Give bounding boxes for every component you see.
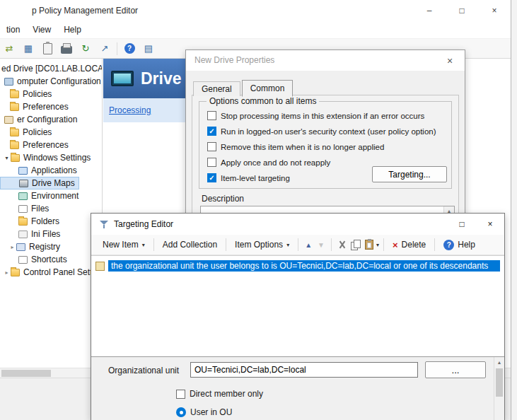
environment-icon	[18, 192, 28, 200]
list-view-icon[interactable]: ▤	[141, 42, 156, 56]
copy-icon[interactable]	[351, 240, 361, 250]
funnel-icon	[99, 219, 109, 229]
checkbox-box[interactable]: ✓	[207, 111, 216, 120]
checkbox-remove-when-not-applied[interactable]: ✓ Remove this item when it is no longer …	[207, 142, 384, 151]
checkbox-item-level-targeting[interactable]: ✓ Item-level targeting	[207, 173, 290, 182]
targeting-button[interactable]: Targeting...	[372, 166, 447, 182]
cut-icon[interactable]	[337, 240, 347, 250]
tree-item-user-configuration[interactable]: er Configuration	[0, 113, 81, 126]
checkbox-box[interactable]: ✓	[207, 127, 216, 136]
files-icon	[18, 205, 28, 213]
toolbar-separator	[331, 238, 332, 251]
selected-item-text: the organizational unit the user belongs…	[108, 260, 500, 272]
radio-selected-icon[interactable]	[176, 407, 186, 417]
menu-view[interactable]: View	[26, 21, 57, 38]
checkbox-box[interactable]: ✓	[176, 390, 185, 399]
minimize-button[interactable]: –	[413, 0, 446, 21]
console-tree-icon[interactable]: ▦	[21, 42, 35, 56]
expander-closed-icon[interactable]: ▸	[8, 244, 16, 250]
scrollbar-thumb[interactable]	[1, 370, 51, 377]
tree-item-root[interactable]: ed Drive [DC01.LAB.LOCA	[0, 62, 103, 75]
print-icon[interactable]	[59, 42, 74, 56]
clipboard-icon[interactable]	[40, 42, 54, 56]
menu-help[interactable]: Help	[57, 21, 88, 38]
checkbox-box[interactable]: ✓	[207, 158, 216, 167]
organizational-unit-input[interactable]	[190, 362, 418, 378]
expander-open-icon[interactable]: ▾	[3, 155, 11, 161]
export-icon[interactable]: ↗	[98, 42, 112, 56]
scrollbar-thumb[interactable]	[496, 368, 503, 397]
screen: p Policy Management Editor – □ × tion Vi…	[0, 0, 517, 420]
tree-item-folders[interactable]: Folders	[0, 215, 63, 228]
add-collection-button[interactable]: Add Collection	[158, 237, 221, 252]
targeting-toolbar: New Item▾ Add Collection Item Options▾ ▲…	[91, 235, 504, 255]
user-icon	[4, 116, 13, 124]
close-button[interactable]: ×	[478, 0, 511, 21]
new-item-button[interactable]: New Item▾	[98, 237, 149, 252]
tree-item-policies-user[interactable]: Policies	[0, 126, 55, 139]
properties-tabs: General Common	[193, 79, 294, 96]
options-vertical-scrollbar[interactable]: ▲	[494, 357, 504, 420]
tree-item-drive-maps[interactable]: Drive Maps	[0, 177, 79, 189]
tree-item-control-panel-settings[interactable]: ▸Control Panel Sett	[0, 266, 95, 279]
tree-item-applications[interactable]: Applications	[0, 164, 81, 177]
delete-button[interactable]: ×Delete	[388, 237, 430, 253]
menu-action[interactable]: tion	[0, 21, 26, 38]
delete-x-icon: ×	[393, 240, 398, 250]
menu-bar: tion View Help	[0, 21, 511, 39]
help-icon[interactable]: ?	[122, 42, 136, 56]
processing-link[interactable]: Processing	[109, 105, 151, 115]
expander-closed-icon[interactable]: ▸	[3, 269, 11, 276]
item-options-button[interactable]: Item Options▾	[231, 237, 294, 252]
checkbox-apply-once[interactable]: ✓ Apply once and do not reapply	[207, 158, 330, 167]
tree-item-policies-computer[interactable]: Policies	[0, 88, 55, 100]
folder-icon	[10, 103, 19, 111]
scroll-up-icon[interactable]: ▲	[494, 357, 504, 368]
registry-icon	[16, 243, 25, 251]
targeting-item-row[interactable]: the organizational unit the user belongs…	[95, 259, 500, 272]
toolbar-separator	[434, 238, 435, 251]
properties-dialog-titlebar: New Drive Properties ×	[186, 50, 465, 71]
checkbox-run-user-context[interactable]: ✓ Run in logged-on user's security conte…	[207, 127, 436, 136]
tree-item-preferences-computer[interactable]: Preferences	[0, 100, 72, 113]
checkbox-box[interactable]: ✓	[207, 142, 216, 151]
main-titlebar: p Policy Management Editor – □ ×	[0, 0, 511, 21]
applications-icon	[18, 167, 28, 175]
tree-item-windows-settings[interactable]: ▾Windows Settings	[0, 151, 94, 164]
tree-item-preferences-user[interactable]: Preferences	[0, 139, 72, 151]
user-in-ou-radio[interactable]: User in OU	[176, 407, 232, 417]
help-glyph: ?	[124, 43, 135, 54]
close-icon[interactable]: ×	[435, 50, 465, 71]
paste-dropdown-icon[interactable]: ▾	[376, 242, 379, 248]
help-button[interactable]: ?Help	[439, 237, 480, 253]
browse-button[interactable]: ...	[425, 361, 486, 378]
tree-item-environment[interactable]: Environment	[0, 189, 82, 202]
targeting-dialog-titlebar: Targeting Editor □ ×	[91, 214, 504, 235]
new-drive-properties-dialog: New Drive Properties × General Common Op…	[185, 49, 465, 220]
computer-icon	[4, 78, 13, 86]
refresh-icon[interactable]: ↻	[79, 42, 93, 56]
close-icon[interactable]: ×	[476, 214, 504, 235]
maximize-button[interactable]: □	[446, 0, 478, 21]
move-up-icon[interactable]: ▲	[303, 241, 314, 249]
checkbox-box[interactable]: ✓	[207, 173, 216, 182]
tab-common[interactable]: Common	[242, 80, 294, 97]
tree-item-registry[interactable]: ▸Registry	[0, 240, 64, 253]
tree-item-files[interactable]: Files	[0, 202, 52, 215]
move-down-icon[interactable]: ▼	[315, 241, 327, 249]
paste-icon[interactable]	[365, 240, 373, 250]
direct-member-only-checkbox[interactable]: ✓ Direct member only	[176, 389, 263, 399]
checkbox-stop-processing[interactable]: ✓ Stop processing items in this extensio…	[207, 111, 424, 120]
toolbar-separator	[298, 238, 298, 251]
item-properties-panel: Organizational unit ... ✓ Direct member …	[91, 356, 504, 420]
properties-dialog-title: New Drive Properties	[194, 50, 274, 71]
targeting-dialog-title: Targeting Editor	[114, 214, 173, 235]
drive-maps-banner-icon	[111, 71, 134, 86]
navigate-icon[interactable]: ⇄	[2, 42, 16, 56]
tab-general[interactable]: General	[193, 81, 240, 96]
ini-file-icon	[18, 231, 28, 238]
maximize-icon[interactable]: □	[448, 214, 476, 235]
tree-item-computer-configuration[interactable]: omputer Configuration	[0, 75, 103, 88]
tree-item-ini-files[interactable]: Ini Files	[0, 228, 64, 240]
tree-item-shortcuts[interactable]: Shortcuts	[0, 253, 71, 266]
